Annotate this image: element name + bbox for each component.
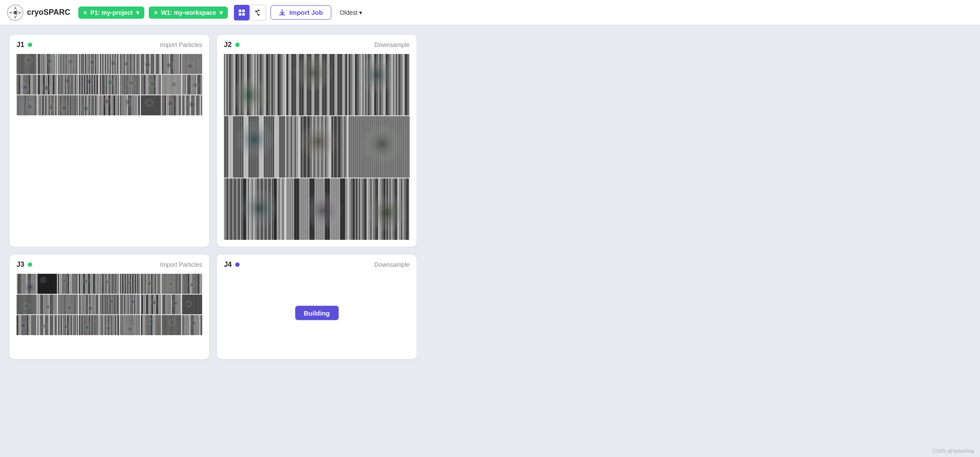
- particle-cell: [120, 75, 140, 95]
- particle-cell: [79, 315, 99, 335]
- particle-cell: [162, 315, 182, 335]
- particle-cell: [182, 274, 202, 294]
- job-id-j4: J4: [224, 261, 232, 269]
- sort-dropdown[interactable]: Oldest ▾: [336, 7, 367, 19]
- job-id-row-j4: J4: [224, 261, 240, 269]
- project-tab-label: P1: my-project: [90, 9, 133, 16]
- logo-text: cryoSPARC: [27, 8, 70, 17]
- view-toggle: [234, 5, 266, 20]
- svg-rect-13: [258, 10, 260, 11]
- particle-cell: [286, 54, 347, 115]
- particle-cell: [141, 274, 161, 294]
- particle-cell: [120, 54, 140, 74]
- job-card-j4: J4 Downsample Building: [217, 255, 417, 359]
- workspace-tab-close[interactable]: ×: [154, 9, 157, 16]
- particle-cell: [37, 274, 57, 294]
- svg-point-7: [13, 11, 17, 14]
- particle-cell: [100, 95, 120, 115]
- job-card-header-j3: J3 Import Particles: [17, 261, 202, 269]
- svg-rect-8: [239, 10, 241, 12]
- job-id-row-j1: J1: [17, 41, 32, 49]
- job-card-j1: J1 Import Particles: [10, 35, 209, 247]
- job-card-j2: J2 Downsample: [217, 35, 417, 247]
- svg-marker-4: [18, 11, 22, 14]
- svg-marker-2: [14, 16, 17, 19]
- particle-cell: [17, 75, 37, 95]
- building-badge: Building: [295, 306, 339, 320]
- particle-grid-j2: [224, 54, 410, 240]
- particle-cell: [286, 178, 347, 240]
- svg-rect-11: [242, 13, 245, 16]
- svg-marker-3: [9, 11, 12, 14]
- particle-cell: [120, 295, 140, 315]
- project-tab-arrow: ▾: [136, 9, 139, 16]
- particle-cell: [17, 315, 37, 335]
- particle-cell: [286, 116, 347, 178]
- project-tab[interactable]: × P1: my-project ▾: [78, 7, 144, 19]
- particle-cell: [120, 274, 140, 294]
- particle-cell: [79, 295, 99, 315]
- building-container: Building: [224, 274, 410, 352]
- grid-view-icon: [238, 9, 245, 16]
- particle-cell: [37, 54, 57, 74]
- particle-cell: [79, 54, 99, 74]
- sort-arrow: ▾: [359, 9, 362, 16]
- particle-grid-j3: [17, 274, 202, 335]
- project-tab-close[interactable]: ×: [83, 9, 87, 16]
- particle-cell: [224, 178, 285, 240]
- svg-rect-10: [239, 13, 241, 16]
- particle-cell: [348, 178, 410, 240]
- particle-cell: [162, 295, 182, 315]
- tree-view-button[interactable]: [250, 5, 266, 20]
- particle-cell: [17, 95, 37, 115]
- job-id-row-j2: J2: [224, 41, 240, 49]
- particle-cell: [224, 116, 285, 178]
- workspace-tab[interactable]: × W1: my-workspace ▾: [149, 7, 228, 19]
- status-dot-j4: [235, 262, 240, 267]
- particle-cell: [58, 75, 78, 95]
- logo: cryoSPARC: [7, 4, 70, 21]
- job-id-j3: J3: [17, 261, 24, 269]
- particle-cell: [162, 54, 182, 74]
- job-id-j1: J1: [17, 41, 24, 49]
- job-grid: J1 Import Particles J2 Downsample J3 Imp…: [0, 25, 426, 369]
- particle-cell: [58, 295, 78, 315]
- import-job-button[interactable]: Import Job: [270, 5, 331, 20]
- particle-cell: [141, 95, 161, 115]
- job-type-j3: Import Particles: [160, 261, 202, 268]
- particle-cell: [58, 95, 78, 115]
- particle-cell: [58, 274, 78, 294]
- job-card-header-j4: J4 Downsample: [224, 261, 410, 269]
- particle-cell: [37, 75, 57, 95]
- logo-icon: [7, 4, 23, 21]
- particle-cell: [162, 95, 182, 115]
- particle-cell: [182, 315, 202, 335]
- job-card-j3: J3 Import Particles: [10, 255, 209, 359]
- particle-cell: [162, 274, 182, 294]
- particle-cell: [37, 315, 57, 335]
- particle-cell: [182, 75, 202, 95]
- grid-view-button[interactable]: [234, 5, 250, 20]
- particle-cell: [141, 75, 161, 95]
- particle-cell: [100, 295, 120, 315]
- job-id-j2: J2: [224, 41, 232, 49]
- workspace-tab-arrow: ▾: [220, 9, 223, 16]
- particle-cell: [120, 315, 140, 335]
- sort-label: Oldest: [340, 9, 357, 16]
- particle-cell: [182, 295, 202, 315]
- particle-cell: [37, 295, 57, 315]
- import-job-label: Import Job: [289, 9, 323, 16]
- status-dot-j2: [235, 43, 240, 47]
- header: cryoSPARC × P1: my-project ▾ × W1: my-wo…: [0, 0, 980, 25]
- particle-cell: [58, 315, 78, 335]
- svg-marker-1: [14, 6, 17, 10]
- particle-cell: [100, 274, 120, 294]
- particle-cell: [17, 295, 37, 315]
- particle-cell: [37, 95, 57, 115]
- workspace-tab-label: W1: my-workspace: [161, 9, 216, 16]
- particle-cell: [79, 274, 99, 294]
- particle-cell: [120, 95, 140, 115]
- status-dot-j1: [28, 43, 32, 47]
- particle-cell: [141, 295, 161, 315]
- job-type-j1: Import Particles: [160, 41, 202, 48]
